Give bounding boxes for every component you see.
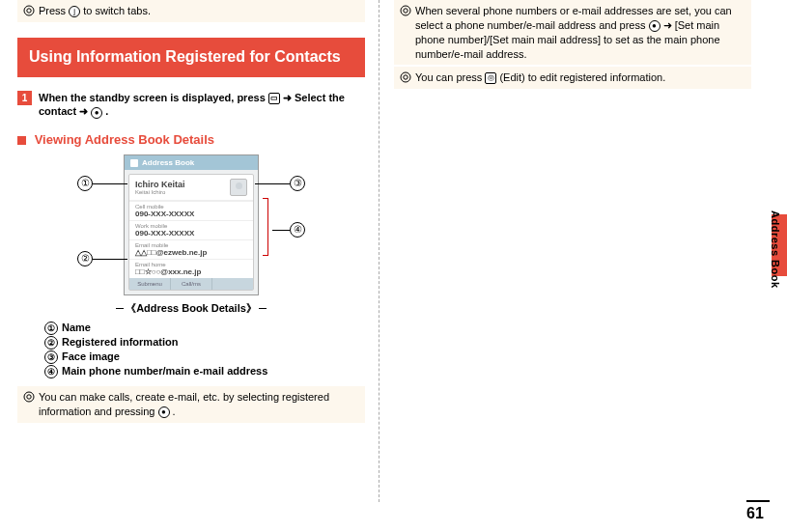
column-divider [379,0,379,502]
note-set-main: When several phone numbers or e-mail add… [394,0,751,65]
callout-1: ① [77,176,93,191]
f2-value: 090-XXX-XXXXX [135,229,247,238]
note2-b: (Edit) to edit registered information. [499,71,665,83]
phone-diagram: Address Book Ichiro Keitai Keitai Ichiro… [75,154,307,295]
svg-point-5 [404,9,408,13]
callout-4: ④ [290,222,305,238]
svg-point-6 [401,72,410,82]
phone-btn-submenu: Submenu [129,278,171,290]
callout-4-bracket [263,198,268,256]
legend-2-text: Registered information [62,336,178,348]
page-number: 61 [746,500,770,522]
note-edit: You can press ◎ (Edit) to edit registere… [394,67,751,89]
legend-4-text: Main phone number/main e-mail address [62,365,267,377]
section-header-using-info: Using Information Registered for Contact… [17,38,365,77]
manual-page: Press j to switch tabs. Using Informatio… [0,0,787,532]
note-switch-tabs: Press j to switch tabs. [17,0,365,22]
phone-btn-call: Call/ms [171,278,212,290]
note-bottom-b: . [173,406,176,417]
phone-field-2: Work mobile 090-XXX-XXXXX [129,220,253,239]
step1-end: . [105,105,108,117]
step-1-text: When the standby screen is displayed, pr… [39,92,345,118]
note-bottom-a: You can make calls, create e-mail, etc. … [39,391,329,417]
f4-value: □□☆○○@xxx.ne.jp [135,267,247,276]
callout-2-line [93,259,127,260]
callout-3-line [255,183,290,184]
key-contacts: ▭ [268,93,280,104]
key-center: ● [91,107,102,119]
svg-point-0 [24,6,34,15]
phone-field-3: Email mobile △△□□@ezweb.ne.jp [129,239,253,259]
legend-3-text: Face image [62,350,120,362]
page-number-text: 61 [746,505,764,521]
sub-heading-text: Viewing Address Book Details [35,132,214,147]
phone-name-row: Ichiro Keitai Keitai Ichiro [129,175,253,201]
svg-point-2 [24,392,34,402]
phone-title-icon [130,159,138,167]
phone-mock: Address Book Ichiro Keitai Keitai Ichiro… [124,154,259,295]
legend-1-text: Name [62,322,91,333]
phone-card: Ichiro Keitai Keitai Ichiro Cell mobile … [128,174,254,291]
key-center-2: ● [158,406,170,418]
red-square-icon [17,136,26,145]
diagram-caption: 《Address Book Details》 [17,301,365,316]
svg-point-1 [27,9,31,13]
step1-prefix: When the standby screen is displayed, pr… [39,92,268,103]
note2-a: You can press [415,71,485,83]
legend-item-2: ②Registered information [44,336,365,348]
f1-value: 090-XXX-XXXXX [135,210,247,218]
note-bullet-icon [23,5,35,20]
note-bullet-icon [23,391,35,406]
step-number: 1 [17,91,32,105]
phone-btn-blank [212,278,253,290]
svg-point-7 [404,75,408,79]
callout-1-line [93,183,127,184]
f3-value: △△□□@ezweb.ne.jp [135,248,247,257]
legend-item-1: ①Name [44,322,365,333]
phone-field-1: Cell mobile 090-XXX-XXXXX [129,201,253,220]
right-column: When several phone numbers or e-mail add… [394,0,751,91]
phone-title: Address Book [125,155,258,170]
callout-2: ② [77,251,93,266]
phone-reading: Keitai Ichiro [135,189,185,195]
svg-point-3 [27,395,31,399]
step-1: 1 When the standby screen is displayed, … [17,91,365,120]
legend-item-4: ④Main phone number/main e-mail address [44,365,365,377]
page-number-bar [746,500,770,502]
legend-item-3: ③Face image [44,350,365,362]
diagram-legend: ①Name ②Registered information ③Face imag… [17,322,365,377]
note-text: Press [39,5,69,16]
note-make-calls: You can make calls, create e-mail, etc. … [17,386,365,423]
key-j: j [69,6,80,17]
key-edit: ◎ [485,72,496,84]
note-text-tail: to switch tabs. [83,5,151,16]
face-image [230,179,247,196]
phone-bottom-bar: Submenu Call/ms [129,278,253,290]
chapter-tab-label: Address Book [770,210,781,289]
svg-point-4 [401,6,410,15]
key-center-3: ● [649,20,661,32]
phone-field-4: Email home □□☆○○@xxx.ne.jp [129,259,253,278]
diagram-caption-text: 《Address Book Details》 [126,302,257,314]
callout-3: ③ [290,176,305,191]
note-bullet-icon [400,5,411,20]
callout-4-line [272,230,290,231]
phone-name: Ichiro Keitai [135,180,185,189]
sub-heading-viewing-details: Viewing Address Book Details [17,132,365,147]
phone-title-text: Address Book [142,158,194,167]
left-column: Press j to switch tabs. Using Informatio… [17,0,365,425]
note-bullet-icon [400,71,411,87]
